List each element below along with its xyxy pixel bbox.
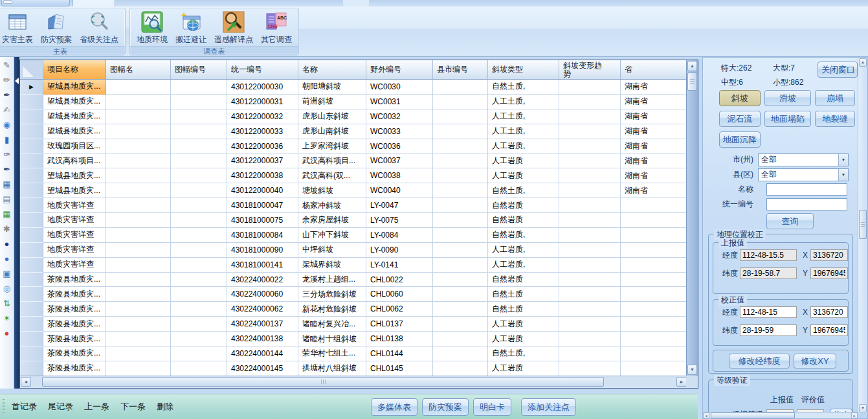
table-cell[interactable] bbox=[433, 361, 488, 376]
toolbar-grip-handle[interactable] bbox=[3, 399, 5, 414]
table-cell[interactable] bbox=[559, 95, 621, 109]
table-cell[interactable] bbox=[171, 243, 227, 258]
table-cell[interactable] bbox=[106, 302, 171, 317]
table-cell[interactable]: 430224000137 bbox=[227, 317, 298, 332]
row-selector-cell[interactable] bbox=[20, 95, 43, 109]
row-selector-cell[interactable] bbox=[20, 153, 43, 168]
table-cell[interactable] bbox=[171, 124, 227, 139]
corrected-y-input[interactable] bbox=[810, 324, 848, 336]
table-row[interactable]: 玫瑰园项目区...430122000036上罗家湾斜坡WC0036人工岩质,湖南… bbox=[20, 139, 687, 154]
table-cell[interactable] bbox=[106, 168, 171, 183]
unified-code-input[interactable] bbox=[766, 198, 847, 210]
table-icon[interactable]: ▦ bbox=[2, 179, 12, 190]
record-nav-link[interactable]: 上一条 bbox=[84, 401, 109, 413]
table-cell[interactable] bbox=[559, 139, 621, 154]
table-row[interactable]: 茶陵县地质灾...430224000144荣华村七组土...CHL0144自然土… bbox=[20, 346, 687, 361]
reported-y-input[interactable] bbox=[810, 267, 848, 279]
table-cell[interactable]: WC0031 bbox=[366, 95, 433, 109]
table-cell[interactable]: 人工岩质 bbox=[488, 317, 559, 332]
table-cell[interactable]: 茶陵县地质灾... bbox=[43, 273, 106, 288]
table-cell[interactable] bbox=[106, 198, 171, 213]
table-cell[interactable] bbox=[433, 258, 488, 273]
table-cell[interactable] bbox=[171, 361, 227, 376]
table-cell[interactable] bbox=[559, 168, 621, 183]
geo-environment-button[interactable]: 地质环境 bbox=[133, 10, 172, 46]
disaster-type-button[interactable]: 地面塌陷 bbox=[764, 111, 811, 127]
table-cell[interactable]: 自然岩质 bbox=[488, 198, 559, 213]
table-cell[interactable]: WC0033 bbox=[366, 124, 433, 139]
table-cell[interactable] bbox=[559, 302, 621, 317]
panel-vscroll-thumb[interactable] bbox=[859, 210, 867, 239]
table-cell[interactable]: 430224000062 bbox=[227, 302, 298, 317]
table-cell[interactable] bbox=[433, 139, 488, 154]
table-cell[interactable]: 430122000033 bbox=[227, 124, 298, 139]
table-cell[interactable]: CHL0138 bbox=[366, 332, 433, 346]
table-cell[interactable]: 人工土质, bbox=[488, 109, 559, 124]
panel-vertical-scrollbar[interactable]: ▲ ▼ bbox=[858, 58, 867, 413]
table-cell[interactable]: 自然土质 bbox=[488, 287, 559, 302]
grid-icon[interactable]: ▦ bbox=[2, 209, 12, 220]
grid-corner-cell[interactable] bbox=[20, 60, 43, 79]
table-cell[interactable]: 武汉高科项目... bbox=[43, 153, 106, 168]
table-row[interactable]: 茶陵县地质灾...430224000138诸睦村十组斜坡CHL0138人工岩质 bbox=[20, 332, 687, 346]
table-cell[interactable] bbox=[106, 95, 171, 109]
table-cell[interactable] bbox=[106, 80, 171, 95]
table-cell[interactable]: 430181000090 bbox=[227, 243, 298, 258]
row-selector-cell[interactable] bbox=[20, 332, 43, 346]
table-cell[interactable]: 朝阳塘斜坡 bbox=[298, 80, 366, 95]
table-row[interactable]: 茶陵县地质灾...430224000060三分场危险斜坡CHL0060自然土质 bbox=[20, 287, 687, 302]
name-input[interactable] bbox=[766, 183, 847, 196]
table-cell[interactable]: 武汉高科项目... bbox=[298, 153, 366, 168]
table-row[interactable]: 望城县地质灾...430122000038武汉高科(双...WC0038人工岩质… bbox=[20, 168, 687, 183]
table-cell[interactable]: 人工土质, bbox=[488, 95, 559, 109]
table-row[interactable]: 望城县地质灾...430122000040塘坡斜坡WC0040自然土质,湖南省 bbox=[20, 183, 687, 198]
table-cell[interactable] bbox=[621, 228, 687, 243]
table-cell[interactable] bbox=[106, 213, 171, 228]
pen-nib-icon[interactable]: ✒ bbox=[2, 90, 12, 100]
table-cell[interactable]: 诸睦村十组斜坡 bbox=[298, 332, 366, 346]
disaster-type-button[interactable]: 崩塌 bbox=[815, 90, 855, 106]
row-selector-cell[interactable] bbox=[20, 346, 43, 361]
table-cell[interactable]: 荣华村七组土... bbox=[298, 346, 366, 361]
table-cell[interactable] bbox=[171, 139, 227, 154]
grid-vertical-scrollbar[interactable]: ▲ ▼ bbox=[686, 60, 698, 376]
panel-horizontal-scrollbar[interactable]: ◄ ► bbox=[703, 412, 858, 418]
table-row[interactable]: 地质灾害详查430181000075余家房屋斜坡LY-0075自然岩质 bbox=[20, 213, 687, 228]
table-cell[interactable]: WC0038 bbox=[366, 168, 433, 183]
row-selector-cell[interactable] bbox=[20, 302, 43, 317]
panel-hscroll-thumb[interactable] bbox=[711, 413, 795, 418]
table-cell[interactable] bbox=[559, 361, 621, 376]
table-cell[interactable]: 人工岩质 bbox=[488, 332, 559, 346]
table-cell[interactable] bbox=[621, 198, 687, 213]
table-cell[interactable]: 三分场危险斜坡 bbox=[298, 287, 366, 302]
table-cell[interactable] bbox=[559, 183, 621, 198]
grid-hscroll-thumb[interactable] bbox=[42, 377, 604, 387]
grid-horizontal-scrollbar[interactable]: ◄ ► bbox=[20, 376, 687, 388]
table-cell[interactable]: 人工岩质 bbox=[488, 361, 559, 376]
table-cell[interactable] bbox=[171, 168, 227, 183]
table-cell[interactable] bbox=[106, 228, 171, 243]
table-cell[interactable] bbox=[433, 287, 488, 302]
table-cell[interactable] bbox=[171, 109, 227, 124]
table-cell[interactable] bbox=[621, 258, 687, 273]
table-cell[interactable]: WC0030 bbox=[366, 80, 433, 95]
grid-column-header[interactable]: 项目名称 bbox=[43, 60, 106, 79]
table-cell[interactable] bbox=[171, 258, 227, 273]
table-cell[interactable] bbox=[433, 273, 488, 288]
table-cell[interactable]: 人工岩质 bbox=[488, 168, 559, 183]
table-cell[interactable]: 茶陵县地质灾... bbox=[43, 302, 106, 317]
table-cell[interactable]: 前洲斜坡 bbox=[298, 95, 366, 109]
row-selector-cell[interactable] bbox=[20, 139, 43, 154]
table-cell[interactable]: 430224000060 bbox=[227, 287, 298, 302]
table-cell[interactable] bbox=[433, 346, 488, 361]
table-cell[interactable]: 430122000031 bbox=[227, 95, 298, 109]
table-cell[interactable] bbox=[559, 258, 621, 273]
gear-icon[interactable]: ✱ bbox=[2, 224, 12, 234]
table-cell[interactable] bbox=[171, 95, 227, 109]
sphere-icon[interactable]: ● bbox=[2, 239, 12, 249]
star-icon[interactable]: ✶ bbox=[2, 313, 12, 324]
table-row[interactable]: 茶陵县地质灾...430224000137诸睦村复兴冶...CHL0137人工岩… bbox=[20, 317, 687, 332]
table-cell[interactable] bbox=[559, 287, 621, 302]
target-icon[interactable]: ◎ bbox=[2, 284, 12, 294]
table-cell[interactable]: 自然岩质 bbox=[488, 213, 559, 228]
